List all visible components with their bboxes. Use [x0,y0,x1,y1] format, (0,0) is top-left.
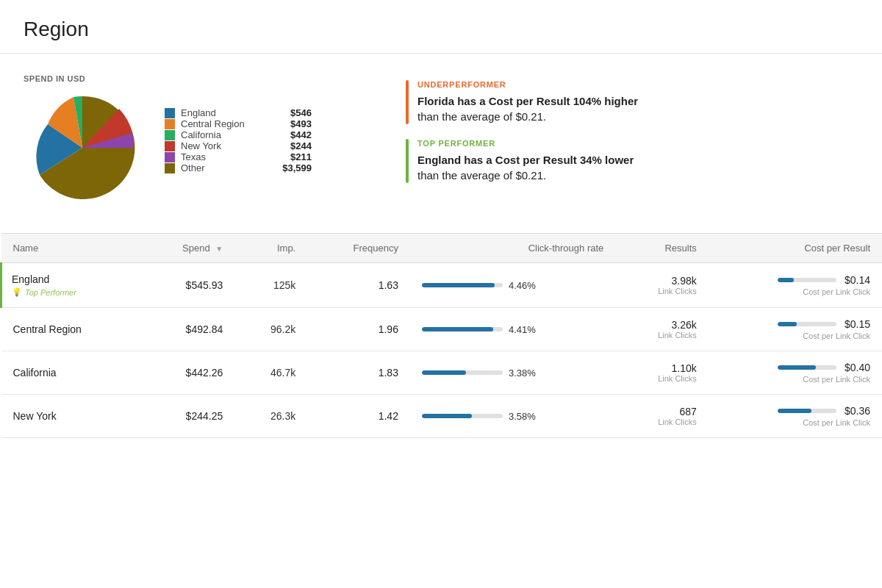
legend-value-1: $493 [268,118,312,129]
freq-val: 1.96 [379,323,398,335]
results-value: 3.98k [627,275,696,287]
top-performer-badge: Top Performer [25,288,76,297]
row-name: Central Region [13,323,127,335]
legend-name-0: England [181,107,262,118]
chart-section: SPEND IN USD [24,74,376,207]
table-row: New York $244.25 26.3k 1.42 3.58% 687 Li… [1,395,883,438]
cell-cost: $0.40 Cost per Link Click [709,351,882,395]
legend-value-3: $244 [268,140,312,151]
cost-value: $0.36 [842,405,870,417]
legend-name-5: Other [181,162,262,173]
row-name: California [13,367,127,379]
legend-color-3 [165,141,175,151]
cost-bar-cell: $0.15 [778,318,870,330]
top-performer-card: TOP PERFORMER England has a Cost per Res… [406,139,858,183]
ctr-bar-bg [422,414,503,418]
cell-name: Central Region [1,308,139,351]
col-ctr: Click-through rate [410,234,615,263]
cell-ctr: 4.41% [410,308,615,351]
spend-label: SPEND IN USD [24,74,141,83]
cell-frequency: 1.96 [307,308,410,351]
top-performer-text: England has a Cost per Result 34% lower … [417,152,634,183]
imp-val: 96.2k [270,323,295,335]
top-performer-sub: 💡 Top Performer [12,287,127,297]
ctr-bar-bg [422,283,503,287]
cost-bar-bg [778,409,836,413]
ctr-label: 4.46% [509,280,536,291]
cell-ctr: 3.58% [410,395,615,438]
cell-imp: 46.7k [234,351,307,395]
cost-bar-cell: $0.40 [778,362,870,373]
cell-imp: 125k [234,263,307,308]
table-row: England 💡 Top Performer $545.93 125k 1.6… [1,263,883,308]
cell-results: 3.98k Link Clicks [615,263,708,308]
spend-val: $244.25 [186,410,223,422]
ctr-bar-bg [422,327,503,331]
cell-spend: $492.84 [139,308,234,351]
legend-item: Texas $211 [165,151,312,162]
ctr-bar-cell: 4.46% [422,280,603,291]
pie-svg [24,89,141,207]
pie-chart [24,89,141,207]
ctr-bar-fill [422,370,467,375]
chart-area: SPEND IN USD [24,74,141,207]
legend-value-2: $442 [268,129,312,140]
legend-item: California $442 [165,129,312,140]
cost-value: $0.14 [842,274,870,286]
spend-val: $492.84 [186,323,223,335]
cell-spend: $442.26 [139,351,234,395]
ctr-bar-fill [422,283,495,287]
row-name: England [12,273,127,285]
cell-frequency: 1.63 [307,263,410,308]
cell-imp: 96.2k [234,308,307,351]
cell-cost: $0.14 Cost per Link Click [709,263,882,308]
legend-name-2: California [181,129,262,140]
underperformer-text: Florida has a Cost per Result 104% highe… [417,93,638,124]
page-title: Region [24,18,858,41]
results-value: 3.26k [627,319,696,331]
legend-name-3: New York [181,140,262,151]
cost-bar-bg [778,278,836,282]
ctr-label: 3.58% [509,411,536,422]
col-results: Results [615,234,708,263]
row-name: New York [13,410,127,422]
underperformer-bold: Florida has a Cost per Result 104% highe… [417,95,638,107]
cell-results: 687 Link Clicks [615,395,708,438]
cost-bar-cell: $0.36 [778,405,870,417]
ctr-bar-fill [422,327,493,331]
cell-imp: 26.3k [234,395,307,438]
cost-bar-fill [778,322,797,326]
underperformer-label: UNDERPERFORMER [417,80,638,89]
top-performer-normal: than the average of $0.21. [417,169,546,182]
table-row: California $442.26 46.7k 1.83 3.38% 1.10… [1,351,883,395]
legend-value-4: $211 [268,151,312,162]
legend-name-1: Central Region [181,118,262,129]
cell-name: California [1,351,139,395]
top-performer-label: TOP PERFORMER [417,139,634,148]
cost-sub: Cost per Link Click [803,375,870,384]
cell-ctr: 3.38% [410,351,615,395]
lightbulb-icon: 💡 [12,287,22,297]
cost-sub: Cost per Link Click [803,287,870,296]
top-performer-content: TOP PERFORMER England has a Cost per Res… [417,139,634,183]
results-sub: Link Clicks [627,374,696,383]
col-spend[interactable]: Spend ▼ [139,234,234,263]
underperformer-bar [406,80,409,124]
ctr-bar-cell: 3.58% [422,411,603,422]
cost-bar-fill [778,409,811,413]
cell-results: 1.10k Link Clicks [615,351,708,395]
results-sub: Link Clicks [627,417,696,426]
spend-val: $442.26 [186,367,223,379]
insights-section: UNDERPERFORMER Florida has a Cost per Re… [406,74,858,183]
legend-value-5: $3,599 [268,162,312,173]
cell-name: New York [1,395,139,438]
legend-color-1 [165,119,175,129]
table-row: Central Region $492.84 96.2k 1.96 4.41% … [1,308,883,351]
col-cost-per-result: Cost per Result [709,234,882,263]
cell-spend: $244.25 [139,395,234,438]
legend-item: Other $3,599 [165,162,312,173]
cost-bar-cell: $0.14 [778,274,870,286]
ctr-label: 3.38% [509,368,536,379]
header-row: Name Spend ▼ Imp. Frequency Click-throug… [1,234,883,263]
spend-val: $545.93 [186,279,223,291]
